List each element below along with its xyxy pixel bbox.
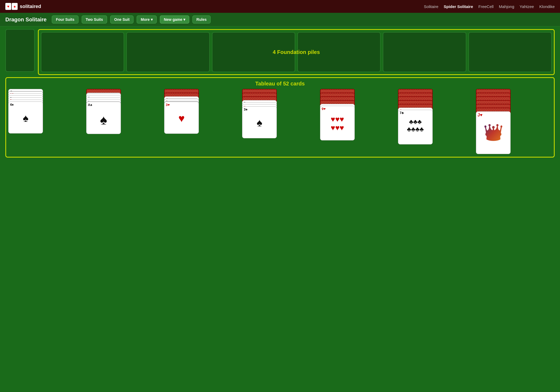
nav-freecell[interactable]: FreeCell: [478, 4, 494, 9]
card-9-hearts[interactable]: 9♥ ♥♥♥♥♥♥: [320, 106, 355, 140]
tableau-section: Tableau of 52 cards Q♣♣ J♠👑 10♦♦ K♠♠: [5, 77, 555, 158]
card-stack-7: J♥ 👑: [476, 89, 552, 154]
card-stack-1: Q♣♣ J♠👑 10♦♦ K♠♠ 8♠♠ 3♦♦: [8, 89, 84, 134]
card-a-spades[interactable]: A♠ ♠: [86, 102, 121, 134]
nav-spider-solitaire[interactable]: Spider Solitaire: [444, 4, 473, 9]
nav-mahjong[interactable]: Mahjong: [499, 4, 514, 9]
foundation-area: 4 Foundation piles: [38, 29, 555, 75]
foundation-pile-3[interactable]: [212, 32, 295, 72]
tableau-col-5: J♣🃏 2♥♥ 9♥ ♥♥♥♥♥♥: [320, 89, 396, 154]
two-suits-button[interactable]: Two Suits: [82, 15, 107, 23]
logo-card-left: ♥: [5, 3, 11, 10]
tableau-label: Tableau of 52 cards: [8, 81, 552, 87]
card-stack-6: A♦♦ 7♣ ♣♣♣♣♣♣♣: [398, 89, 474, 144]
tableau-col-2: Q♥👸 5♥♥ 6♣♣ 10♥♥ 9♣• K♥👑: [86, 89, 162, 154]
one-suit-button[interactable]: One Suit: [110, 15, 134, 23]
game-title: Dragon Solitaire: [5, 17, 46, 23]
nav-klondike[interactable]: Klondike: [539, 4, 555, 9]
foundation-pile-6[interactable]: [468, 32, 552, 72]
tableau-col-7: J♥ 👑: [476, 89, 552, 154]
tableau-columns: Q♣♣ J♠👑 10♦♦ K♠♠ 8♠♠ 3♦♦: [8, 89, 552, 154]
nav-yahtzee[interactable]: Yahtzee: [520, 4, 534, 9]
logo-text: solitaired: [20, 4, 41, 9]
more-button[interactable]: More ▾: [137, 15, 156, 23]
foundation-pile-2[interactable]: [126, 32, 210, 72]
tableau-col-6: A♦♦ 7♣ ♣♣♣♣♣♣♣: [398, 89, 474, 154]
tableau-col-3: 4♥♥ Q♦👸 6♦♦ K♦👑 K♣♣♣: [164, 89, 240, 154]
game-area: 4 Foundation piles Tableau of 52 cards Q…: [0, 26, 560, 392]
tableau-col-4: 2♠♠ 4♦♦ 6♥♥ 3♠ ♠: [242, 89, 318, 154]
game-toolbar: Dragon Solitaire Four Suits Two Suits On…: [0, 13, 560, 26]
card-3-spades[interactable]: 3♠ ♠: [242, 106, 277, 138]
card-3-hearts[interactable]: 3♥ ♥: [164, 102, 199, 134]
new-game-button[interactable]: New game ▾: [160, 15, 189, 23]
foundation-pile-1[interactable]: [41, 32, 124, 72]
top-game-section: 4 Foundation piles: [5, 29, 555, 75]
foundation-pile-5[interactable]: [383, 32, 466, 72]
card-stack-3: 4♥♥ Q♦👸 6♦♦ K♦👑 K♣♣♣: [164, 89, 240, 134]
top-navigation: ♥ ♠ solitaired Solitaire Spider Solitair…: [0, 0, 560, 13]
nav-solitaire[interactable]: Solitaire: [424, 4, 438, 9]
foundation-pile-4[interactable]: [297, 32, 381, 72]
logo-card-right: ♠: [12, 3, 18, 10]
card-stack-2: Q♥👸 5♥♥ 6♣♣ 10♥♥ 9♣• K♥👑: [86, 89, 162, 134]
card-7-clubs[interactable]: 7♣ ♣♣♣♣♣♣♣: [398, 110, 433, 144]
logo-area[interactable]: ♥ ♠ solitaired: [5, 3, 41, 10]
card-stack-5: J♣🃏 2♥♥ 9♥ ♥♥♥♥♥♥: [320, 89, 396, 140]
card-j-hearts[interactable]: J♥ 👑: [476, 111, 511, 154]
tableau-col-1: Q♣♣ J♠👑 10♦♦ K♠♠ 8♠♠ 3♦♦: [8, 89, 84, 154]
card-stack-4: 2♠♠ 4♦♦ 6♥♥ 3♠ ♠: [242, 89, 318, 138]
logo-icon: ♥ ♠: [5, 3, 18, 10]
rules-button[interactable]: Rules: [192, 15, 211, 23]
card-4-spades[interactable]: 4♠ ♠: [8, 101, 43, 134]
stock-pile[interactable]: [5, 29, 35, 72]
nav-links: Solitaire Spider Solitaire FreeCell Mahj…: [424, 4, 555, 9]
four-suits-button[interactable]: Four Suits: [52, 15, 78, 23]
